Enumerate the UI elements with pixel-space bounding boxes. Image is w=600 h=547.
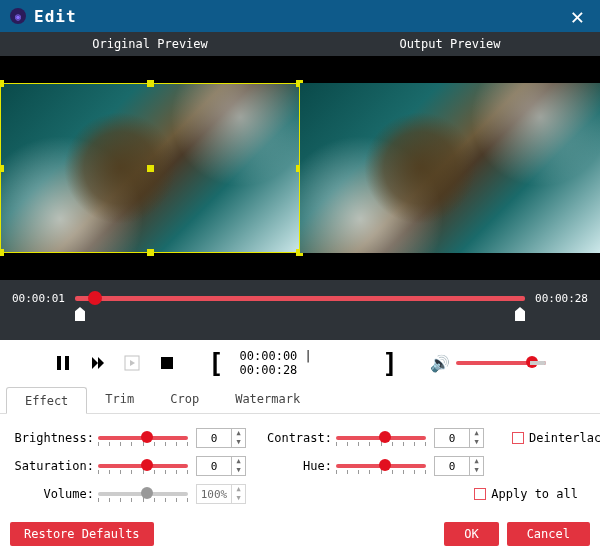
hue-down[interactable]: ▼ <box>470 466 483 475</box>
titlebar: ◉ Edit ✕ <box>0 0 600 32</box>
hue-label: Hue: <box>266 459 336 473</box>
brightness-label: Brightness: <box>8 431 98 445</box>
tab-effect[interactable]: Effect <box>6 387 87 414</box>
range-in-time: 00:00:00 <box>240 349 298 363</box>
volume-slider[interactable] <box>456 361 546 365</box>
tab-trim[interactable]: Trim <box>87 386 152 413</box>
next-frame-button[interactable] <box>88 353 106 373</box>
stop-button[interactable] <box>157 353 175 373</box>
deinterlacing-label: Deinterlacing <box>529 431 600 445</box>
effect-volume-slider[interactable] <box>98 492 188 496</box>
range-times: 00:00:00 | 00:00:28 <box>240 349 367 377</box>
hue-up[interactable]: ▲ <box>470 457 483 466</box>
step-button[interactable] <box>123 353 141 373</box>
timeline: 00:00:01 00:00:28 <box>0 280 600 340</box>
pause-button[interactable] <box>54 353 72 373</box>
contrast-up[interactable]: ▲ <box>470 429 483 438</box>
timeline-track[interactable] <box>75 288 525 327</box>
svg-rect-0 <box>57 356 61 370</box>
timeline-current-time: 00:00:01 <box>12 288 65 305</box>
contrast-label: Contrast: <box>266 431 336 445</box>
apply-to-all-label: Apply to all <box>491 487 578 501</box>
volume-control: 🔊 <box>430 354 546 373</box>
svg-rect-1 <box>65 356 69 370</box>
contrast-spinner[interactable]: 0▲▼ <box>434 428 484 448</box>
brightness-up[interactable]: ▲ <box>232 429 245 438</box>
mark-out-button[interactable]: ] <box>382 350 398 376</box>
svg-marker-5 <box>130 360 135 366</box>
original-preview-pane[interactable] <box>0 56 300 280</box>
range-out-time: 00:00:28 <box>240 363 298 377</box>
contrast-down[interactable]: ▼ <box>470 438 483 447</box>
output-preview-label: Output Preview <box>300 32 600 56</box>
restore-defaults-button[interactable]: Restore Defaults <box>10 522 154 546</box>
original-preview-label: Original Preview <box>0 32 300 56</box>
mark-out-handle[interactable] <box>515 307 525 321</box>
cancel-button[interactable]: Cancel <box>507 522 590 546</box>
ok-button[interactable]: OK <box>444 522 498 546</box>
saturation-label: Saturation: <box>8 459 98 473</box>
timeline-total-time: 00:00:28 <box>535 288 588 305</box>
volume-label: Volume: <box>8 487 98 501</box>
svg-rect-6 <box>161 357 173 369</box>
tabs: Effect Trim Crop Watermark <box>0 386 600 414</box>
brightness-spinner[interactable]: 0▲▼ <box>196 428 246 448</box>
brightness-down[interactable]: ▼ <box>232 438 245 447</box>
volume-down[interactable]: ▼ <box>232 494 245 503</box>
saturation-spinner[interactable]: 0▲▼ <box>196 456 246 476</box>
saturation-slider[interactable] <box>98 464 188 468</box>
deinterlacing-checkbox[interactable] <box>512 432 524 444</box>
app-icon: ◉ <box>10 8 26 24</box>
window-title: Edit <box>34 7 77 26</box>
mark-in-button[interactable]: [ <box>208 350 224 376</box>
hue-spinner[interactable]: 0▲▼ <box>434 456 484 476</box>
saturation-up[interactable]: ▲ <box>232 457 245 466</box>
apply-to-all-checkbox[interactable] <box>474 488 486 500</box>
original-preview-image <box>0 83 300 253</box>
brightness-slider[interactable] <box>98 436 188 440</box>
output-preview-pane <box>300 56 600 280</box>
volume-thumb[interactable] <box>526 356 538 368</box>
close-button[interactable]: ✕ <box>565 4 590 29</box>
effects-panel: Brightness: 0▲▼ Contrast: 0▲▼ Deinterlac… <box>0 414 600 514</box>
mark-in-handle[interactable] <box>75 307 85 321</box>
contrast-slider[interactable] <box>336 436 426 440</box>
tab-watermark[interactable]: Watermark <box>217 386 318 413</box>
preview-area: Original Preview Output Preview 00:00:01 <box>0 32 600 340</box>
saturation-down[interactable]: ▼ <box>232 466 245 475</box>
hue-slider[interactable] <box>336 464 426 468</box>
playback-controls: [ 00:00:00 | 00:00:28 ] 🔊 <box>0 340 600 386</box>
volume-up[interactable]: ▲ <box>232 485 245 494</box>
tab-crop[interactable]: Crop <box>152 386 217 413</box>
effect-volume-spinner[interactable]: 100%▲▼ <box>196 484 246 504</box>
footer: Restore Defaults OK Cancel <box>0 514 600 547</box>
timeline-playhead[interactable] <box>88 291 102 305</box>
svg-marker-3 <box>98 357 104 369</box>
speaker-icon[interactable]: 🔊 <box>430 354 450 373</box>
svg-marker-2 <box>92 357 98 369</box>
output-preview-image <box>300 83 600 253</box>
